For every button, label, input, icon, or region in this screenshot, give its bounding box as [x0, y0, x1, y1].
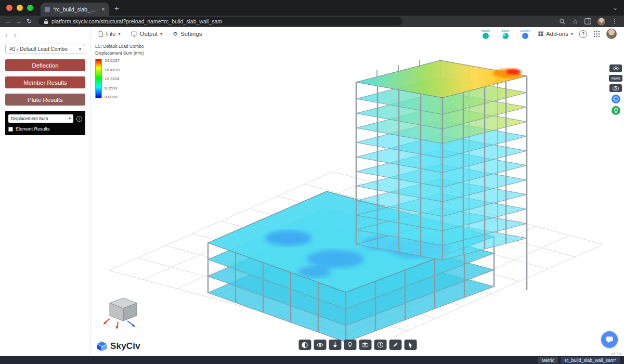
side-panel-icon[interactable] [584, 18, 591, 24]
annotate-button[interactable] [389, 340, 401, 350]
file-menu[interactable]: File ▾ [98, 31, 121, 37]
chevron-down-icon: ▾ [571, 32, 573, 36]
render-mode-button[interactable] [298, 340, 311, 350]
window-controls [0, 5, 41, 11]
cursor-icon [408, 342, 413, 348]
browser-back-icon[interactable]: ← [4, 18, 12, 25]
viewport-toolbar: File ▾ Output ▾ ⚙ Settings [91, 27, 624, 41]
element-results-checkbox[interactable] [8, 127, 13, 132]
axis-y-icon [115, 322, 119, 329]
screenshot-button[interactable] [609, 84, 622, 92]
loads-toggle-button[interactable] [329, 340, 341, 350]
views-button[interactable]: Views [609, 75, 622, 82]
results-sidebar: ‹ › #0 - Default Load Combo ▾ Deflection… [0, 27, 91, 356]
browser-profile-avatar[interactable] [597, 18, 605, 25]
chevron-down-icon: ▾ [69, 116, 71, 121]
globe-icon [613, 96, 619, 102]
design-stage-icon [522, 33, 528, 39]
legend-colorbar [95, 59, 102, 98]
capture-button[interactable] [359, 340, 371, 350]
tab-close-icon[interactable]: × [101, 6, 105, 12]
browser-forward-icon[interactable]: → [15, 18, 23, 25]
camera-icon [362, 342, 369, 347]
close-window-button[interactable] [6, 5, 12, 11]
undo-back-icon[interactable]: ‹ [5, 30, 8, 37]
profile-avatar[interactable] [606, 29, 617, 39]
browser-reload-icon[interactable]: ↻ [25, 18, 33, 25]
browser-tab[interactable]: *rc_build_slab_wall_sam | SkyC × [41, 3, 109, 16]
chevron-down-icon: ▾ [119, 32, 121, 36]
legend-tick: 18.4678 [105, 68, 120, 72]
zoom-window-button[interactable] [27, 5, 33, 11]
design-stage-label: Design [521, 29, 530, 32]
result-type-select[interactable]: Displacement Sum ▾ [8, 114, 73, 123]
eye-icon [613, 66, 619, 71]
bookmark-star-icon[interactable]: ☆ [572, 18, 578, 25]
apps-grid-icon[interactable] [593, 31, 600, 37]
render-sphere-icon [302, 342, 308, 348]
load-combo-value: #0 - Default Load Combo [9, 46, 68, 52]
element-results-label: Element Results [16, 126, 50, 132]
visibility-settings-button[interactable] [314, 340, 326, 350]
monitor-icon [131, 31, 137, 37]
browser-menu-kebab-icon[interactable]: ⋮ [612, 18, 618, 25]
lightbulb-icon [348, 342, 353, 348]
model-stage-icon [483, 33, 489, 39]
chat-icon [605, 336, 614, 344]
chat-support-button[interactable] [601, 331, 618, 348]
plate-results-button[interactable]: Plate Results [5, 94, 85, 106]
legend-title: Displacement Sum (mm) [95, 50, 144, 56]
redo-forward-icon[interactable]: › [14, 30, 17, 37]
pencil-icon [392, 342, 398, 348]
solve-stage-button[interactable]: Solve [499, 29, 512, 39]
visibility-button[interactable] [609, 64, 622, 72]
new-tab-button[interactable]: + [114, 4, 119, 12]
solve-stage-label: Solve [502, 29, 510, 32]
tab-title: *rc_build_slab_wall_sam | SkyC [53, 6, 98, 12]
addons-menu[interactable]: Add-ons ▾ [538, 31, 573, 37]
address-bar[interactable]: platform.skyciv.com/structural?preload_n… [38, 17, 402, 25]
eye-icon [316, 343, 323, 347]
legend-tick: 0.0000 [105, 95, 120, 99]
favicon [45, 7, 50, 12]
minimize-window-button[interactable] [17, 5, 23, 11]
filename-badge[interactable]: rc_build_slab_wall_sam* [561, 357, 620, 363]
settings-menu[interactable]: ⚙ Settings [173, 31, 202, 37]
highlight-button[interactable] [344, 340, 356, 350]
file-icon [98, 31, 103, 37]
model-stage-label: Model [482, 29, 490, 32]
lightbulb-icon [614, 108, 618, 114]
url-text: platform.skyciv.com/structural?preload_n… [51, 18, 222, 24]
status-bar: Metric rc_build_slab_wall_sam* [0, 356, 624, 364]
model-stage-button[interactable]: Model [479, 29, 492, 39]
canvas-toolbar [298, 340, 417, 350]
member-results-button[interactable]: Member Results [5, 76, 85, 88]
sidebar-history-nav: ‹ › [0, 29, 90, 38]
design-stage-button[interactable]: Design [518, 29, 532, 39]
select-cursor-button[interactable] [404, 340, 417, 350]
load-combo-select[interactable]: #0 - Default Load Combo ▾ [5, 44, 85, 54]
output-menu[interactable]: Output ▾ [131, 31, 163, 37]
3d-canvas[interactable]: LC: Default Load Combo Displacement Sum … [91, 41, 624, 356]
search-icon[interactable] [559, 18, 566, 25]
skyciv-brand: SkyCiv [96, 341, 140, 352]
structural-model-scene[interactable] [91, 41, 624, 356]
globe-button[interactable] [612, 95, 620, 103]
info-icon[interactable]: i [76, 116, 82, 122]
tips-button[interactable] [612, 106, 620, 115]
navigation-cube[interactable] [102, 293, 144, 333]
plate-results-options-panel: Displacement Sum ▾ i Element Results [5, 111, 85, 135]
help-button[interactable]: ? [579, 30, 587, 38]
legend-tick: 24.6237 [105, 59, 120, 63]
addons-grid-icon [538, 31, 543, 36]
chevron-down-icon: ▾ [160, 32, 162, 36]
chevron-down-icon: ▾ [79, 47, 81, 51]
skyciv-logo-icon [96, 341, 108, 352]
url-bar-row: ← → ↻ platform.skyciv.com/structural?pre… [0, 16, 624, 27]
output-menu-label: Output [140, 31, 158, 37]
deflection-button[interactable]: Deflection [5, 59, 85, 71]
units-badge[interactable]: Metric [538, 357, 558, 363]
tab-search-icon[interactable]: ⌄ [613, 4, 618, 11]
model-info-button[interactable] [374, 340, 386, 350]
tab-strip: *rc_build_slab_wall_sam | SkyC × + ⌄ [0, 0, 624, 16]
